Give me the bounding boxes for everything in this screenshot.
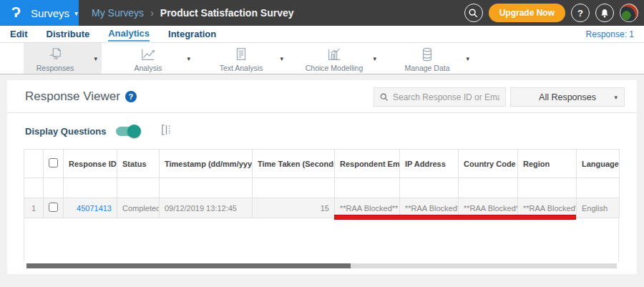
product-label: Surveys — [31, 7, 69, 19]
choice-modelling-icon — [326, 47, 343, 62]
responses-icon — [47, 47, 64, 62]
toggle-knob — [127, 125, 141, 138]
notifications-bell-icon[interactable] — [595, 4, 614, 22]
row-checkbox[interactable] — [49, 203, 58, 212]
filter-cell[interactable] — [253, 178, 335, 198]
toolbar-manage-data-label: Manage Data — [404, 64, 449, 72]
nav-integration[interactable]: Integration — [168, 27, 216, 41]
cell-timestamp: 09/12/2019 13:12:45 — [160, 198, 253, 218]
chevron-down-icon: ▾ — [614, 94, 618, 101]
rownum-header — [24, 150, 44, 178]
row-number: 1 — [24, 198, 44, 218]
col-language[interactable]: Language — [577, 150, 620, 178]
surveys-menu[interactable]: Ɂ Surveys ▾ — [0, 0, 79, 26]
col-status[interactable]: Status — [117, 150, 160, 178]
col-response-id[interactable]: Response ID▾ — [64, 150, 117, 178]
filter-row — [24, 178, 620, 198]
select-all-checkbox[interactable] — [49, 158, 58, 167]
search-box[interactable] — [374, 87, 506, 107]
search-input[interactable] — [393, 92, 499, 102]
toolbar-manage-data[interactable]: Manage Data ▾ — [396, 43, 474, 74]
col-time-taken[interactable]: Time Taken (Seconds)⇅ — [253, 150, 335, 178]
filter-cell[interactable] — [335, 178, 400, 198]
col-ip-address[interactable]: IP Address — [400, 150, 459, 178]
toolbar-choice-modelling-label: Choice Modelling — [306, 64, 364, 72]
column-freeze-icon[interactable] — [160, 124, 172, 139]
breadcrumb-survey-title: Product Satisfaction Survey — [160, 7, 294, 19]
breadcrumb: My Surveys › Product Satisfaction Survey — [92, 7, 294, 19]
col-respondent-email[interactable]: Respondent Email — [335, 150, 400, 178]
toolbar-analysis[interactable]: Analysis ▾ — [117, 43, 195, 74]
controls-row: Display Questions — [7, 113, 637, 149]
toolbar-choice-modelling[interactable]: Choice Modelling ▾ — [303, 43, 381, 74]
chevron-down-icon: ▾ — [74, 9, 78, 17]
analysis-icon — [140, 47, 157, 62]
toolbar-text-analysis-label: Text Analysis — [220, 64, 263, 72]
responses-table: Response ID▾ Status Timestamp (dd/mm/yyy… — [24, 149, 619, 218]
nav-edit[interactable]: Edit — [10, 27, 28, 41]
manage-data-icon — [419, 47, 436, 62]
page-title-row: Response Viewer ? — [25, 89, 137, 104]
col-country-code[interactable]: Country Code — [459, 150, 518, 178]
viewer-help-icon[interactable]: ? — [125, 91, 137, 102]
select-all-header — [44, 150, 64, 178]
response-viewer-panel: Response Viewer ? All Responses ▾ Displa… — [7, 80, 637, 274]
analytics-toolbar: Responses ▾ Analysis ▾ Text Analysis ▾ — [0, 43, 644, 74]
display-questions-toggle[interactable] — [116, 127, 140, 136]
responses-filter-dropdown[interactable]: All Responses ▾ — [510, 87, 625, 107]
filter-cell[interactable] — [117, 178, 160, 198]
filter-cell[interactable] — [577, 178, 620, 198]
chevron-down-icon[interactable]: ▾ — [187, 55, 190, 62]
response-count-label: Response: 1 — [586, 29, 634, 39]
filter-cell[interactable] — [459, 178, 518, 198]
table-empty-area — [24, 218, 619, 262]
questionpro-logo-icon: Ɂ — [11, 4, 21, 21]
cell-language: English — [577, 198, 620, 218]
toolbar-analysis-label: Analysis — [134, 64, 162, 72]
filter-cell[interactable] — [400, 178, 459, 198]
red-highlight-annotation — [334, 215, 576, 220]
nav-analytics[interactable]: Analytics — [108, 26, 150, 42]
filter-cell[interactable] — [160, 178, 253, 198]
scrollbar-thumb[interactable] — [26, 263, 351, 268]
toolbar-text-analysis[interactable]: Text Analysis ▾ — [210, 43, 288, 74]
toolbar-responses[interactable]: Responses ▾ — [24, 43, 102, 74]
upgrade-now-button[interactable]: Upgrade Now — [489, 4, 565, 22]
cell-status: Completed — [117, 198, 160, 218]
help-icon[interactable]: ? — [571, 4, 590, 22]
col-region[interactable]: Region — [518, 150, 577, 178]
display-questions-label: Display Questions — [25, 126, 106, 137]
chevron-down-icon[interactable]: ▾ — [373, 55, 376, 62]
filter-selected-value: All Responses — [539, 92, 596, 102]
page-title: Response Viewer — [25, 89, 120, 104]
table-header-row: Response ID▾ Status Timestamp (dd/mm/yyy… — [24, 150, 620, 178]
col-timestamp[interactable]: Timestamp (dd/mm/yyyy)⇅ — [160, 150, 253, 178]
response-id-link[interactable]: 45071413 — [77, 204, 112, 213]
search-icon — [380, 93, 389, 102]
survey-nav: Edit Distribute Analytics Integration Re… — [0, 26, 644, 43]
topbar: Ɂ Surveys ▾ My Surveys › Product Satisfa… — [0, 0, 644, 26]
viewer-header: Response Viewer ? All Responses ▾ — [7, 80, 637, 113]
chevron-down-icon[interactable]: ▾ — [94, 55, 97, 62]
user-avatar[interactable] — [620, 4, 638, 22]
search-icon[interactable] — [464, 4, 483, 22]
breadcrumb-separator-icon: › — [150, 7, 154, 19]
chevron-down-icon[interactable]: ▾ — [280, 55, 283, 62]
toolbar-responses-label: Responses — [36, 64, 74, 72]
topbar-actions: Upgrade Now ? — [464, 0, 638, 26]
filter-cell[interactable] — [518, 178, 577, 198]
nav-distribute[interactable]: Distribute — [47, 27, 90, 41]
cell-time-taken: 15 — [253, 198, 335, 218]
filter-cell[interactable] — [64, 178, 117, 198]
horizontal-scrollbar[interactable] — [26, 263, 617, 268]
cell-response-id: 45071413 — [64, 198, 117, 218]
breadcrumb-my-surveys[interactable]: My Surveys — [92, 7, 144, 19]
row-select-cell — [44, 198, 64, 218]
text-analysis-icon — [233, 47, 250, 62]
chevron-down-icon[interactable]: ▾ — [466, 55, 469, 62]
